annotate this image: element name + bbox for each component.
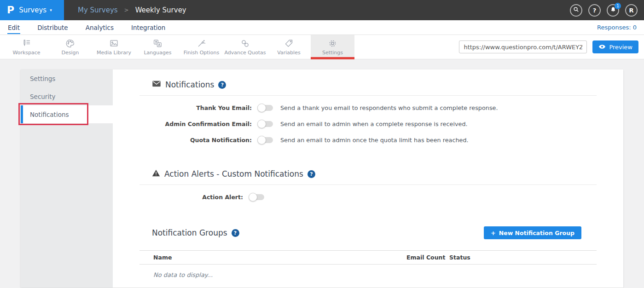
settings-card: Settings Security Notifications Notifica… [21, 69, 623, 288]
notification-groups-table: Name Email Count Status No data to displ… [139, 250, 597, 278]
action-alerts-help-icon[interactable]: ? [307, 170, 315, 178]
notifications-button[interactable]: 1 [607, 4, 619, 17]
table-empty-message: No data to display... [139, 265, 597, 278]
design-icon [65, 39, 75, 49]
column-header-status: Status [449, 254, 597, 261]
notification-groups-title: Notification Groups [152, 228, 227, 237]
user-avatar[interactable]: R [625, 4, 638, 17]
thank-you-email-row: Thank You Email: Send a thank you email … [139, 104, 597, 111]
action-alerts-section-title: Action Alerts - Custom Notifications [164, 169, 303, 179]
table-header-row: Name Email Count Status [139, 250, 597, 265]
action-alert-row: Action Alert: [139, 194, 597, 201]
survey-url-input[interactable] [459, 40, 587, 53]
toolbar-item-workspace[interactable]: Workspace [5, 35, 48, 59]
tab-integration[interactable]: Integration [131, 21, 166, 34]
quota-notification-label: Quota Notification: [139, 137, 252, 144]
notifications-help-icon[interactable]: ? [218, 81, 226, 89]
finish-options-icon [197, 39, 206, 49]
help-icon: ? [593, 7, 597, 14]
header-actions: ? 1 R [570, 4, 644, 17]
avatar-initial: R [629, 7, 633, 14]
action-alerts-section-header: Action Alerts - Custom Notifications ? [139, 169, 597, 179]
workspace-icon [22, 39, 31, 49]
toolbar-item-languages[interactable]: Languages [136, 35, 180, 59]
notification-groups-help-icon[interactable]: ? [232, 229, 239, 237]
tab-analytics[interactable]: Analytics [85, 21, 114, 34]
quota-notification-toggle[interactable] [258, 137, 273, 143]
edit-toolbar: Workspace Design Media Library Languages… [0, 35, 644, 59]
notifications-panel: Notifications ? Thank You Email: Send a … [113, 69, 623, 288]
preview-button-label: Preview [609, 44, 632, 51]
notification-count-badge: 1 [615, 3, 621, 9]
questionpro-logo: P [7, 5, 14, 15]
warning-triangle-icon [152, 169, 160, 179]
section-divider [139, 95, 597, 96]
admin-confirmation-email-description: Send an email to admin when a complete r… [280, 121, 468, 127]
languages-icon [153, 39, 162, 49]
new-notification-group-button[interactable]: + New Notification Group [484, 226, 581, 239]
quota-notification-row: Quota Notification: Send an email to adm… [139, 137, 597, 144]
notification-groups-header: Notification Groups ? + New Notification… [139, 226, 597, 239]
action-alert-toggle[interactable] [249, 194, 264, 200]
variables-icon [284, 39, 294, 49]
breadcrumb: My Surveys > Weekly Survey [78, 6, 186, 14]
sidebar-item-notifications[interactable]: Notifications [21, 105, 113, 123]
surveys-menu-label: Surveys [19, 6, 46, 14]
tab-edit[interactable]: Edit [7, 21, 20, 34]
toolbar-item-settings[interactable]: Settings [311, 35, 354, 59]
breadcrumb-separator: > [124, 7, 129, 13]
toolbar-item-media-library[interactable]: Media Library [92, 35, 136, 59]
breadcrumb-current-survey: Weekly Survey [135, 6, 186, 14]
action-alert-label: Action Alert: [139, 194, 243, 201]
thank-you-email-toggle[interactable] [258, 105, 273, 111]
section-divider [139, 184, 597, 185]
quota-notification-description: Send an email to admin once the quota li… [280, 137, 469, 144]
toolbar-right-group: Preview [459, 35, 644, 59]
help-button[interactable]: ? [588, 4, 601, 17]
chevron-down-icon: ▾ [50, 8, 52, 12]
notifications-section-header: Notifications ? [139, 80, 597, 89]
admin-confirmation-email-row: Admin Confirmation Email: Send an email … [139, 121, 597, 127]
new-notification-group-label: New Notification Group [499, 230, 574, 236]
eye-icon [598, 44, 606, 51]
settings-gear-icon [328, 39, 337, 49]
admin-confirmation-email-label: Admin Confirmation Email: [139, 121, 252, 127]
toolbar-item-finish-options[interactable]: Finish Options [180, 35, 223, 59]
column-header-email-count: Email Count [406, 254, 449, 261]
toolbar-item-advance-quotas[interactable]: Advance Quotas [223, 35, 267, 59]
toolbar-item-variables[interactable]: Variables [267, 35, 311, 59]
envelope-icon [152, 80, 161, 89]
notification-toggles: Thank You Email: Send a thank you email … [139, 104, 597, 144]
column-header-name: Name [139, 254, 406, 261]
top-header-bar: P Surveys ▾ My Surveys > Weekly Survey ?… [0, 0, 644, 20]
thank-you-email-label: Thank You Email: [139, 104, 252, 111]
surveys-app-menu[interactable]: P Surveys ▾ [0, 0, 64, 20]
breadcrumb-my-surveys[interactable]: My Surveys [78, 6, 118, 14]
search-button[interactable] [570, 4, 582, 17]
action-alert-toggles: Action Alert: [139, 194, 597, 201]
settings-page: Settings Security Notifications Notifica… [0, 59, 644, 288]
survey-nav-tabs: Edit Distribute Analytics Integration Re… [0, 20, 644, 35]
advance-quotas-icon [240, 39, 250, 49]
notifications-section-title: Notifications [165, 80, 214, 89]
tab-distribute[interactable]: Distribute [37, 21, 69, 34]
sidebar-item-settings[interactable]: Settings [21, 69, 113, 87]
admin-confirmation-email-toggle[interactable] [258, 121, 273, 127]
settings-sidebar: Settings Security Notifications [21, 69, 113, 288]
responses-count[interactable]: Responses: 0 [597, 24, 637, 31]
plus-icon: + [491, 230, 496, 236]
thank-you-email-description: Send a thank you email to respondents wh… [280, 104, 498, 111]
search-icon [573, 6, 580, 15]
media-library-icon [109, 39, 119, 49]
preview-button[interactable]: Preview [592, 40, 638, 53]
sidebar-item-security[interactable]: Security [21, 87, 113, 105]
toolbar-item-design[interactable]: Design [48, 35, 92, 59]
